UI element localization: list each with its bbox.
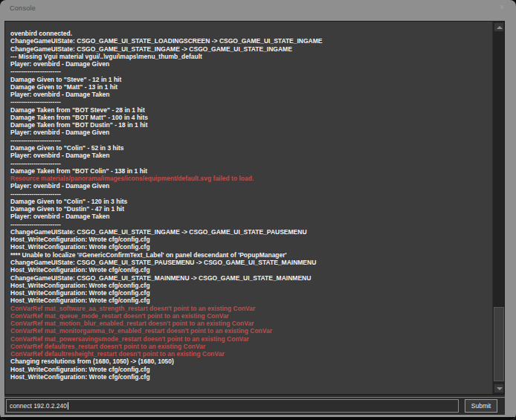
console-line: Damage Taken from "BOT Dustin" - 18 in 1…: [10, 121, 489, 129]
console-line: Damage Taken from "BOT Colin" - 138 in 1…: [10, 167, 489, 175]
console-line: ------------------------: [10, 98, 489, 106]
console-line: ChangeGameUIState: CSGO_GAME_UI_STATE_MA…: [10, 274, 489, 282]
console-line: Changing resolutions from (1680, 1050) -…: [10, 358, 489, 365]
console-line: **** Unable to localize '#GenericConfirm…: [10, 251, 489, 259]
console-line: ConVarRef defaultres_restart doesn't poi…: [10, 343, 489, 350]
console-line: Player: ovenbird - Damage Given: [10, 182, 489, 190]
console-line: ChangeGameUIState: CSGO_GAME_UI_STATE_LO…: [10, 37, 489, 45]
console-line: Player: ovenbird - Damage Taken: [10, 91, 489, 98]
console-line: Player: ovenbird - Damage Taken: [10, 213, 489, 220]
console-line: ChangeGameUIState: CSGO_GAME_UI_STATE_IN…: [10, 228, 489, 236]
console-line: ConVarRef mat_monitorgamma_tv_enabled_re…: [10, 327, 489, 335]
console-line: --- Missing Vgui material vgui/..\vgui\m…: [10, 53, 489, 60]
console-line: Damage Given to "Matt" - 13 in 1 hit: [10, 83, 489, 91]
console-line: Host_WriteConfiguration: Wrote cfg/confi…: [10, 282, 489, 289]
console-line: Damage Given to "Colin" - 52 in 3 hits: [10, 144, 489, 152]
panel-bevel-line: [4, 397, 505, 398]
console-line: ChangeGameUIState: CSGO_GAME_UI_STATE_IN…: [10, 45, 489, 53]
console-line: Host_WriteConfiguration: Wrote cfg/confi…: [10, 236, 489, 243]
arrow-up-icon: [497, 26, 503, 29]
console-line: Damage Given to "Dustin" - 47 in 1 hit: [10, 205, 489, 213]
window-title: Console: [10, 4, 36, 12]
console-line: Host_WriteConfiguration: Wrote cfg/confi…: [10, 289, 489, 297]
console-line: ConVarRef mat_powersavingsmode_restart d…: [10, 335, 489, 343]
client-area: ovenbird connected.ChangeGameUIState: CS…: [4, 21, 505, 415]
console-line: ConVarRef mat_motion_blur_enabled_restar…: [10, 320, 489, 327]
scroll-up-button[interactable]: [494, 22, 504, 32]
vertical-scrollbar[interactable]: [492, 22, 504, 394]
text-caret: [68, 402, 68, 410]
console-line: Host_WriteConfiguration: Wrote cfg/confi…: [10, 373, 489, 381]
console-line: Damage Taken from "BOT Matt" - 100 in 4 …: [10, 114, 489, 121]
console-line: Player: ovenbird - Damage Taken: [10, 152, 489, 159]
console-line: ------------------------: [10, 190, 489, 198]
window-bottom-edge: [0, 417, 516, 420]
console-line: Resource materials/panorama/images/icons…: [10, 175, 489, 182]
console-line: Host_WriteConfiguration: Wrote cfg/confi…: [10, 243, 489, 251]
console-line: Damage Taken from "BOT Steve" - 28 in 1 …: [10, 106, 489, 114]
console-line: Damage Given to "Colin" - 120 in 3 hits: [10, 198, 489, 205]
console-line: Host_WriteConfiguration: Wrote cfg/confi…: [10, 366, 489, 373]
console-line: Player: ovenbird - Damage Given: [10, 129, 489, 136]
arrow-down-icon: [497, 387, 503, 390]
title-bar[interactable]: Console x: [0, 0, 516, 21]
console-line: ------------------------: [10, 137, 489, 144]
close-icon[interactable]: x: [497, 2, 506, 11]
command-input-value: connect 192.0.2.240: [10, 402, 67, 410]
console-line: Damage Given to "Steve" - 12 in 1 hit: [10, 76, 489, 83]
console-line: ConVarRef mat_queue_mode_restart doesn't…: [10, 312, 489, 320]
console-log-panel: ovenbird connected.ChangeGameUIState: CS…: [4, 21, 505, 395]
console-line: Host_WriteConfiguration: Wrote cfg/confi…: [10, 297, 489, 304]
console-window: Console x ovenbird connected.ChangeGameU…: [0, 0, 516, 420]
scrollbar-thumb[interactable]: [494, 307, 504, 381]
submit-button[interactable]: Submit: [465, 399, 497, 413]
console-line: ------------------------: [10, 160, 489, 167]
scroll-down-button[interactable]: [494, 384, 504, 393]
console-line: ------------------------: [10, 221, 489, 228]
console-line: ChangeGameUIState: CSGO_GAME_UI_STATE_PA…: [10, 259, 489, 266]
console-line: ------------------------: [10, 68, 489, 75]
console-line: Player: ovenbird - Damage Given: [10, 60, 489, 68]
console-line: ConVarRef defaultresheight_restart doesn…: [10, 350, 489, 358]
console-output: ovenbird connected.ChangeGameUIState: CS…: [5, 22, 492, 394]
console-line: Host_WriteConfiguration: Wrote cfg/confi…: [10, 266, 489, 274]
command-input[interactable]: connect 192.0.2.240: [6, 399, 459, 413]
console-line: ovenbird connected.: [10, 30, 489, 37]
console-line: ConVarRef mat_software_aa_strength_resta…: [10, 305, 489, 312]
